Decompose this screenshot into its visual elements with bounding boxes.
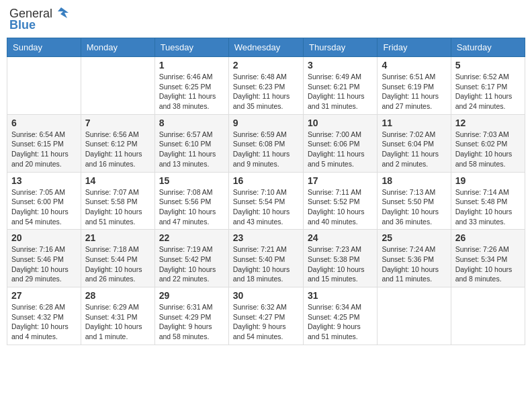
calendar-cell: 9Sunrise: 6:59 AM Sunset: 6:08 PM Daylig… [228, 114, 303, 172]
calendar-cell [451, 287, 525, 345]
calendar-cell: 27Sunrise: 6:28 AM Sunset: 4:32 PM Dayli… [7, 287, 81, 345]
week-row-2: 6Sunrise: 6:54 AM Sunset: 6:15 PM Daylig… [7, 114, 525, 172]
day-header-thursday: Thursday [303, 38, 377, 57]
day-number: 14 [85, 175, 150, 186]
day-info: Sunrise: 6:46 AM Sunset: 6:25 PM Dayligh… [159, 72, 224, 111]
calendar-cell: 26Sunrise: 7:26 AM Sunset: 5:34 PM Dayli… [451, 230, 525, 287]
week-row-3: 13Sunrise: 7:05 AM Sunset: 6:00 PM Dayli… [7, 172, 525, 230]
day-header-tuesday: Tuesday [154, 38, 228, 57]
day-number: 31 [308, 290, 373, 301]
calendar-cell: 10Sunrise: 7:00 AM Sunset: 6:06 PM Dayli… [303, 114, 377, 172]
logo-blue-text: Blue [9, 18, 36, 32]
calendar-cell: 6Sunrise: 6:54 AM Sunset: 6:15 PM Daylig… [7, 114, 81, 172]
day-number: 26 [455, 232, 521, 243]
calendar-cell: 3Sunrise: 6:49 AM Sunset: 6:21 PM Daylig… [303, 57, 377, 115]
day-number: 13 [11, 175, 77, 186]
day-number: 10 [308, 118, 373, 128]
day-info: Sunrise: 7:23 AM Sunset: 5:38 PM Dayligh… [308, 244, 373, 284]
day-number: 6 [11, 118, 77, 128]
day-number: 20 [11, 232, 77, 243]
day-number: 28 [85, 290, 150, 301]
day-info: Sunrise: 6:29 AM Sunset: 4:31 PM Dayligh… [85, 302, 150, 342]
calendar-cell: 20Sunrise: 7:16 AM Sunset: 5:46 PM Dayli… [7, 230, 81, 287]
calendar-cell: 11Sunrise: 7:02 AM Sunset: 6:04 PM Dayli… [378, 114, 451, 172]
calendar-cell [378, 287, 451, 345]
day-number: 23 [233, 232, 299, 243]
calendar-cell: 5Sunrise: 6:52 AM Sunset: 6:17 PM Daylig… [451, 57, 525, 115]
day-number: 25 [382, 232, 446, 243]
day-number: 3 [308, 60, 373, 71]
day-number: 15 [159, 175, 224, 186]
calendar-cell: 18Sunrise: 7:13 AM Sunset: 5:50 PM Dayli… [378, 172, 451, 230]
calendar-cell: 7Sunrise: 6:56 AM Sunset: 6:12 PM Daylig… [81, 114, 154, 172]
day-number: 1 [159, 60, 224, 71]
day-header-saturday: Saturday [451, 38, 525, 57]
day-info: Sunrise: 7:02 AM Sunset: 6:04 PM Dayligh… [382, 130, 446, 169]
day-number: 18 [382, 175, 446, 186]
day-header-wednesday: Wednesday [228, 38, 303, 57]
day-info: Sunrise: 7:08 AM Sunset: 5:56 PM Dayligh… [159, 187, 224, 227]
calendar-cell: 22Sunrise: 7:19 AM Sunset: 5:42 PM Dayli… [154, 230, 228, 287]
day-info: Sunrise: 7:05 AM Sunset: 6:00 PM Dayligh… [11, 187, 77, 227]
calendar-table: SundayMondayTuesdayWednesdayThursdayFrid… [7, 38, 525, 345]
day-info: Sunrise: 7:14 AM Sunset: 5:48 PM Dayligh… [455, 187, 521, 227]
calendar-cell [81, 57, 154, 115]
day-info: Sunrise: 6:32 AM Sunset: 4:27 PM Dayligh… [233, 302, 299, 342]
day-number: 27 [11, 290, 77, 301]
day-info: Sunrise: 6:59 AM Sunset: 6:08 PM Dayligh… [233, 130, 299, 169]
day-number: 11 [382, 118, 446, 128]
calendar-cell: 25Sunrise: 7:24 AM Sunset: 5:36 PM Dayli… [378, 230, 451, 287]
day-info: Sunrise: 7:19 AM Sunset: 5:42 PM Dayligh… [159, 244, 224, 284]
page-header: General Blue [7, 7, 525, 32]
day-number: 17 [308, 175, 373, 186]
calendar-cell: 29Sunrise: 6:31 AM Sunset: 4:29 PM Dayli… [154, 287, 228, 345]
day-number: 2 [233, 60, 299, 71]
calendar-cell: 21Sunrise: 7:18 AM Sunset: 5:44 PM Dayli… [81, 230, 154, 287]
calendar-cell: 12Sunrise: 7:03 AM Sunset: 6:02 PM Dayli… [451, 114, 525, 172]
day-number: 7 [85, 118, 150, 128]
day-number: 8 [159, 118, 224, 128]
day-number: 19 [455, 175, 521, 186]
day-number: 22 [159, 232, 224, 243]
calendar-cell: 13Sunrise: 7:05 AM Sunset: 6:00 PM Dayli… [7, 172, 81, 230]
logo: General Blue [9, 7, 69, 32]
logo-bird-icon [54, 6, 69, 21]
day-info: Sunrise: 7:00 AM Sunset: 6:06 PM Dayligh… [308, 130, 373, 169]
day-header-monday: Monday [81, 38, 154, 57]
day-info: Sunrise: 6:56 AM Sunset: 6:12 PM Dayligh… [85, 130, 150, 169]
calendar-cell: 8Sunrise: 6:57 AM Sunset: 6:10 PM Daylig… [154, 114, 228, 172]
day-number: 29 [159, 290, 224, 301]
calendar-cell: 16Sunrise: 7:10 AM Sunset: 5:54 PM Dayli… [228, 172, 303, 230]
day-info: Sunrise: 6:52 AM Sunset: 6:17 PM Dayligh… [455, 72, 521, 111]
day-info: Sunrise: 6:48 AM Sunset: 6:23 PM Dayligh… [233, 72, 299, 111]
calendar-cell: 31Sunrise: 6:34 AM Sunset: 4:25 PM Dayli… [303, 287, 377, 345]
day-info: Sunrise: 6:28 AM Sunset: 4:32 PM Dayligh… [11, 302, 77, 342]
day-info: Sunrise: 7:10 AM Sunset: 5:54 PM Dayligh… [233, 187, 299, 227]
day-number: 5 [455, 60, 521, 71]
day-header-friday: Friday [378, 38, 451, 57]
calendar-cell: 23Sunrise: 7:21 AM Sunset: 5:40 PM Dayli… [228, 230, 303, 287]
week-row-4: 20Sunrise: 7:16 AM Sunset: 5:46 PM Dayli… [7, 230, 525, 287]
day-info: Sunrise: 7:13 AM Sunset: 5:50 PM Dayligh… [382, 187, 446, 227]
calendar-cell: 19Sunrise: 7:14 AM Sunset: 5:48 PM Dayli… [451, 172, 525, 230]
day-info: Sunrise: 6:54 AM Sunset: 6:15 PM Dayligh… [11, 130, 77, 169]
day-info: Sunrise: 6:57 AM Sunset: 6:10 PM Dayligh… [159, 130, 224, 169]
calendar-cell: 24Sunrise: 7:23 AM Sunset: 5:38 PM Dayli… [303, 230, 377, 287]
calendar-cell: 2Sunrise: 6:48 AM Sunset: 6:23 PM Daylig… [228, 57, 303, 115]
calendar-cell: 28Sunrise: 6:29 AM Sunset: 4:31 PM Dayli… [81, 287, 154, 345]
calendar-cell: 4Sunrise: 6:51 AM Sunset: 6:19 PM Daylig… [378, 57, 451, 115]
day-number: 9 [233, 118, 299, 128]
calendar-cell: 17Sunrise: 7:11 AM Sunset: 5:52 PM Dayli… [303, 172, 377, 230]
week-row-1: 1Sunrise: 6:46 AM Sunset: 6:25 PM Daylig… [7, 57, 525, 115]
day-number: 16 [233, 175, 299, 186]
day-number: 30 [233, 290, 299, 301]
day-info: Sunrise: 6:49 AM Sunset: 6:21 PM Dayligh… [308, 72, 373, 111]
day-header-sunday: Sunday [7, 38, 81, 57]
calendar-header-row: SundayMondayTuesdayWednesdayThursdayFrid… [7, 38, 525, 57]
day-info: Sunrise: 7:18 AM Sunset: 5:44 PM Dayligh… [85, 244, 150, 284]
day-info: Sunrise: 7:03 AM Sunset: 6:02 PM Dayligh… [455, 130, 521, 169]
calendar-cell [7, 57, 81, 115]
day-info: Sunrise: 7:21 AM Sunset: 5:40 PM Dayligh… [233, 244, 299, 284]
day-number: 21 [85, 232, 150, 243]
day-info: Sunrise: 7:16 AM Sunset: 5:46 PM Dayligh… [11, 244, 77, 284]
